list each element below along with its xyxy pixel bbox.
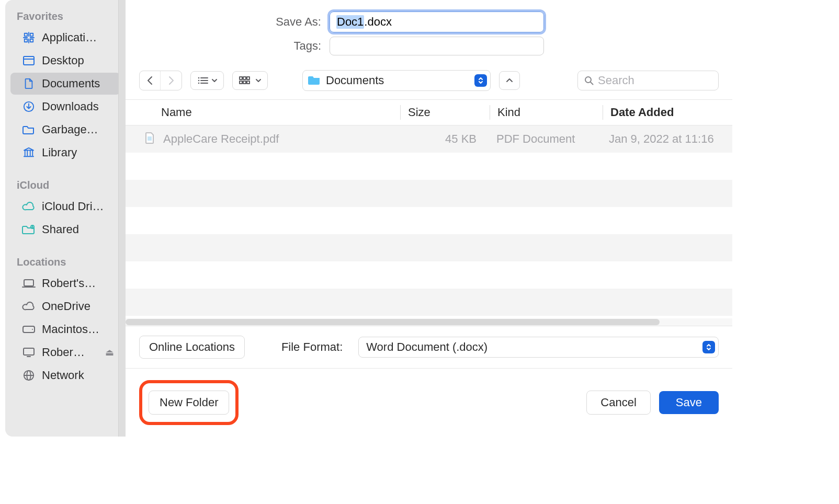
- svg-rect-8: [24, 56, 34, 65]
- folder-icon: [308, 74, 321, 87]
- file-icon: [144, 132, 157, 146]
- toolbar: Documents Search: [126, 64, 732, 99]
- location-select[interactable]: Documents: [302, 70, 491, 91]
- svg-rect-1: [30, 33, 33, 37]
- display-icon: [22, 346, 36, 359]
- svg-point-29: [198, 77, 200, 79]
- sidebar-section-title: iCloud: [5, 174, 126, 194]
- sidebar-section-title: Locations: [5, 251, 126, 271]
- library-icon: [22, 146, 36, 159]
- svg-rect-35: [240, 77, 242, 79]
- svg-point-33: [198, 83, 200, 84]
- sidebar-item-label: Library: [42, 146, 114, 159]
- svg-point-23: [32, 329, 33, 330]
- svg-rect-40: [247, 81, 250, 84]
- sidebar-item-label: iCloud Dri…: [42, 200, 114, 213]
- updown-caret-icon: [474, 74, 487, 87]
- save-as-label: Save As:: [141, 15, 330, 29]
- column-kind[interactable]: Kind: [490, 106, 603, 119]
- sidebar-item[interactable]: Library: [10, 142, 120, 164]
- back-button[interactable]: [140, 71, 161, 90]
- group-by-button[interactable]: [232, 71, 268, 90]
- sidebar-item[interactable]: iCloud Dri…: [10, 196, 120, 217]
- sidebar-item-label: Applicati…: [42, 31, 114, 44]
- svg-rect-2: [25, 39, 28, 42]
- file-row[interactable]: AppleCare Receipt.pdf45 KBPDF DocumentJa…: [126, 125, 732, 153]
- search-placeholder: Search: [598, 74, 634, 87]
- column-size[interactable]: Size: [401, 106, 490, 119]
- sidebar-item[interactable]: Garbage…: [10, 119, 120, 141]
- sidebar-item-label: Shared: [42, 223, 114, 236]
- file-row: [126, 234, 732, 261]
- sidebar-scrollbar[interactable]: [118, 0, 126, 437]
- format-bar: Online Locations File Format: Word Docum…: [126, 326, 732, 368]
- sidebar-item[interactable]: Documents: [10, 73, 120, 95]
- sidebar-item[interactable]: Downloads: [10, 96, 120, 118]
- desktop-icon: [22, 54, 36, 67]
- tags-label: Tags:: [141, 39, 330, 53]
- sidebar: FavoritesApplicati…DesktopDocumentsDownl…: [5, 0, 126, 437]
- sidebar-item[interactable]: Shared: [10, 219, 120, 240]
- column-name[interactable]: Name: [126, 106, 400, 119]
- main-pane: Save As: Doc1.docx Tags:: [126, 0, 732, 437]
- save-button[interactable]: Save: [659, 391, 719, 414]
- svg-rect-24: [24, 348, 34, 355]
- horizontal-scrollbar[interactable]: [126, 318, 732, 326]
- sidebar-item-label: Desktop: [42, 54, 114, 67]
- filename-input[interactable]: Doc1.docx: [330, 12, 544, 32]
- svg-rect-39: [243, 81, 246, 84]
- collapse-button[interactable]: [499, 71, 520, 90]
- download-icon: [22, 100, 36, 113]
- shared-folder-icon: [22, 223, 36, 236]
- svg-rect-20: [24, 280, 33, 286]
- online-locations-button[interactable]: Online Locations: [139, 336, 245, 359]
- sidebar-item[interactable]: Applicati…: [10, 27, 120, 49]
- tags-input[interactable]: [330, 37, 544, 55]
- column-date[interactable]: Date Added: [603, 106, 732, 119]
- svg-rect-3: [30, 39, 33, 42]
- file-date: Jan 9, 2022 at 11:16: [602, 132, 732, 146]
- file-row: [126, 180, 732, 207]
- nav-group: [139, 71, 182, 90]
- svg-rect-37: [247, 77, 250, 79]
- svg-rect-36: [243, 77, 246, 79]
- svg-rect-38: [240, 81, 242, 84]
- cloud-icon: [22, 200, 36, 213]
- filename-rest-part: .docx: [364, 15, 392, 29]
- svg-line-42: [591, 82, 593, 85]
- file-size: 45 KB: [400, 132, 489, 146]
- column-headers: Name Size Kind Date Added: [126, 99, 732, 125]
- new-folder-button[interactable]: New Folder: [149, 391, 229, 415]
- cancel-button[interactable]: Cancel: [586, 391, 650, 415]
- cloud-icon: [22, 300, 36, 313]
- eject-icon[interactable]: ⏏: [105, 347, 114, 358]
- search-input[interactable]: Search: [577, 71, 719, 90]
- top-form: Save As: Doc1.docx Tags:: [126, 0, 732, 64]
- svg-point-19: [32, 226, 33, 227]
- sidebar-item-label: Network: [42, 369, 114, 382]
- hdd-icon: [22, 323, 36, 336]
- app-grid-icon: [22, 31, 36, 44]
- sidebar-item[interactable]: OneDrive: [10, 295, 120, 317]
- highlight-annotation: New Folder: [139, 380, 239, 425]
- forward-button[interactable]: [161, 71, 182, 90]
- sidebar-section-title: Favorites: [5, 5, 126, 26]
- file-format-select[interactable]: Word Document (.docx): [358, 337, 719, 358]
- sidebar-item[interactable]: Robert's…: [10, 272, 120, 294]
- sidebar-item-label: Rober…: [42, 346, 103, 359]
- view-list-button[interactable]: [190, 71, 224, 90]
- sidebar-item[interactable]: Desktop: [10, 50, 120, 72]
- laptop-icon: [22, 277, 36, 290]
- document-icon: [22, 77, 36, 90]
- filename-selected-part: Doc1: [336, 15, 364, 29]
- file-row: [126, 261, 732, 289]
- sidebar-item[interactable]: Macintos…: [10, 318, 120, 340]
- sidebar-item[interactable]: Rober…⏏: [10, 341, 120, 363]
- sidebar-item-label: Documents: [42, 77, 114, 90]
- sidebar-item[interactable]: Network: [10, 364, 120, 386]
- file-kind: PDF Document: [489, 132, 602, 146]
- location-label: Documents: [326, 74, 469, 87]
- sidebar-item-label: Macintos…: [42, 323, 114, 336]
- file-list: AppleCare Receipt.pdf45 KBPDF DocumentJa…: [126, 125, 732, 326]
- svg-point-31: [198, 80, 200, 82]
